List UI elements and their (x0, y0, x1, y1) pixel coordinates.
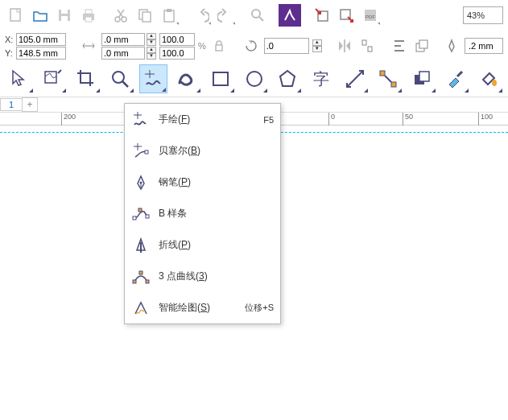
three-point-curve-icon (131, 267, 151, 286)
undo-button[interactable] (190, 4, 213, 27)
mirror-v-button[interactable] (357, 36, 377, 56)
flyout-pen[interactable]: 钢笔(P) (125, 167, 280, 198)
effects-tool[interactable] (407, 64, 436, 93)
cut-button[interactable] (109, 4, 132, 27)
rotate-input[interactable] (264, 38, 309, 54)
crop-tool[interactable] (72, 64, 101, 93)
zoom-level-field[interactable]: 43% (463, 6, 503, 24)
flyout-bezier[interactable]: 贝塞尔(B) (125, 135, 280, 167)
svg-line-16 (259, 17, 263, 21)
export-button[interactable] (335, 4, 357, 27)
print-button[interactable] (77, 4, 100, 27)
align-button[interactable] (390, 36, 409, 56)
svg-rect-37 (213, 72, 228, 85)
text-tool[interactable]: 字 (307, 64, 336, 93)
svg-rect-58 (146, 215, 149, 218)
scale-y-input[interactable] (159, 47, 195, 60)
svg-point-7 (115, 17, 120, 22)
svg-point-15 (252, 10, 260, 18)
redo-button[interactable] (214, 4, 237, 27)
freehand-tool[interactable] (139, 64, 168, 93)
connector-tool[interactable] (374, 64, 403, 93)
freehand-flyout: 手绘(F) F5 贝塞尔(B) 钢笔(P) B 样条 折线(P) 3 点曲线(3… (124, 103, 281, 324)
percent-label: % (198, 41, 206, 51)
svg-rect-46 (419, 72, 429, 81)
y-input[interactable] (16, 47, 66, 60)
publish-pdf-button[interactable]: PDF (359, 4, 382, 27)
shape-tool[interactable] (39, 64, 68, 93)
width-input[interactable] (101, 33, 145, 46)
svg-rect-24 (362, 40, 366, 45)
svg-marker-39 (280, 71, 295, 86)
svg-point-33 (113, 72, 124, 83)
rotate-spinner[interactable]: ▲▼ (312, 39, 322, 52)
main-toolbar: PDF 43% (0, 0, 508, 31)
svg-text:PDF: PDF (366, 14, 375, 19)
svg-point-38 (247, 72, 262, 86)
flyout-bspline[interactable]: B 样条 (125, 198, 280, 229)
zoom-value: 43% (467, 10, 485, 20)
lock-ratio-button[interactable] (209, 36, 229, 56)
svg-line-32 (58, 70, 61, 73)
width-spinner[interactable]: ▲▼ (147, 33, 156, 46)
svg-rect-22 (216, 45, 222, 51)
freehand-icon (131, 110, 151, 130)
svg-rect-57 (138, 208, 142, 212)
flyout-label: 贝塞尔(B) (159, 144, 274, 158)
open-button[interactable] (29, 4, 52, 27)
size-icon (79, 36, 98, 56)
svg-line-34 (122, 81, 128, 87)
scale-x-input[interactable] (159, 33, 195, 46)
pick-tool[interactable] (5, 64, 34, 93)
rectangle-tool[interactable] (206, 64, 235, 93)
eyedropper-tool[interactable] (441, 64, 470, 93)
add-page-button[interactable]: + (22, 97, 38, 112)
svg-rect-14 (167, 9, 171, 12)
polygon-tool[interactable] (273, 64, 302, 93)
svg-point-8 (122, 17, 126, 22)
svg-rect-5 (85, 10, 92, 14)
fill-tool[interactable] (474, 64, 503, 93)
flyout-label: B 样条 (159, 207, 274, 220)
flyout-shortcut: F5 (263, 115, 274, 125)
svg-line-41 (347, 71, 363, 87)
app-launcher-button[interactable] (279, 4, 301, 27)
mirror-h-button[interactable] (335, 36, 354, 56)
page-tab-1[interactable]: 1 (0, 98, 23, 111)
zoom-tool[interactable] (105, 64, 134, 93)
flyout-smart-drawing[interactable]: 智能绘图(S) 位移+S (125, 292, 280, 323)
order-button[interactable] (412, 36, 432, 56)
copy-button[interactable] (134, 4, 156, 27)
svg-rect-56 (133, 216, 136, 220)
dimension-tool[interactable] (341, 64, 370, 93)
height-spinner[interactable]: ▲▼ (147, 47, 156, 60)
height-input[interactable] (101, 47, 145, 60)
polyline-icon (131, 236, 151, 255)
bezier-icon (131, 142, 151, 161)
pen-icon (131, 173, 151, 192)
ellipse-tool[interactable] (240, 64, 269, 93)
svg-line-47 (457, 72, 462, 76)
new-button[interactable] (5, 4, 27, 27)
paste-button[interactable] (158, 4, 180, 27)
flyout-label: 3 点曲线(3) (159, 270, 274, 283)
flyout-freehand[interactable]: 手绘(F) F5 (125, 104, 280, 135)
bspline-icon (131, 204, 151, 224)
position-group: X: Y: (5, 33, 66, 60)
save-button[interactable] (53, 4, 76, 27)
svg-rect-13 (164, 10, 174, 22)
svg-rect-42 (380, 71, 385, 76)
artistic-media-tool[interactable] (172, 64, 201, 93)
outline-width-input[interactable] (465, 38, 503, 54)
x-input[interactable] (16, 33, 66, 46)
flyout-shortcut: 位移+S (245, 302, 274, 314)
y-label: Y: (5, 48, 14, 58)
import-button[interactable] (311, 4, 333, 27)
flyout-polyline[interactable]: 折线(P) (125, 229, 280, 261)
search-button[interactable] (246, 4, 269, 27)
outline-pen-icon (442, 36, 461, 56)
svg-text:字: 字 (313, 70, 329, 88)
svg-point-48 (492, 80, 497, 86)
flyout-3pt-curve[interactable]: 3 点曲线(3) (125, 261, 280, 292)
svg-line-44 (385, 76, 391, 82)
